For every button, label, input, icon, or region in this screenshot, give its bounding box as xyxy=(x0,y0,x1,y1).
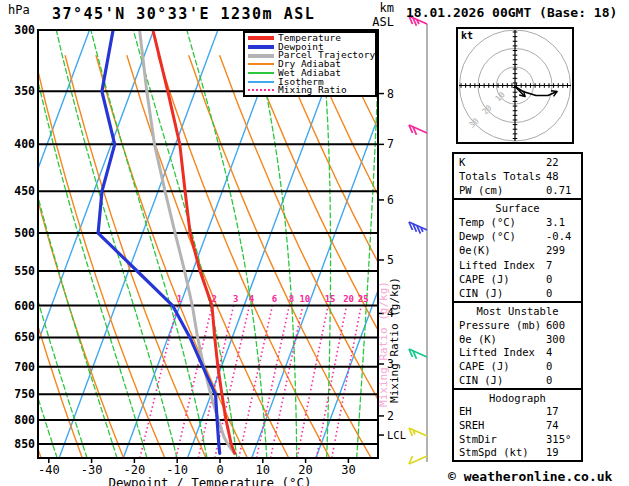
altitude-axis-unit: km ASL xyxy=(362,1,394,29)
legend-line-sample xyxy=(248,72,274,74)
table-row: StmSpd (kt)19 xyxy=(459,446,581,458)
altitude-unit-km: km xyxy=(362,1,394,15)
legend-line-sample xyxy=(248,54,274,58)
row-value: 22 xyxy=(546,156,581,168)
table-section-header: Hodograph xyxy=(459,392,581,404)
table-row: Temp (°C)3.1 xyxy=(459,216,581,228)
mixing-ratio-value-label: 3 xyxy=(233,294,238,304)
km-label: 2 xyxy=(387,409,394,423)
row-value: -0.4 xyxy=(546,230,581,242)
row-label: Totals Totals xyxy=(459,170,546,182)
mixing-ratio-labels: 12346810152025 xyxy=(177,294,369,304)
table-row: Dewp (°C)-0.4 xyxy=(459,230,581,242)
row-value: 0 xyxy=(546,374,581,386)
row-value: 300 xyxy=(546,333,581,345)
row-label: StmDir xyxy=(459,433,546,445)
row-value: 0 xyxy=(546,360,581,372)
table-row: θe(K)299 xyxy=(459,244,581,256)
svg-text:850: 850 xyxy=(14,437,35,451)
table-row: Lifted Index7 xyxy=(459,259,581,271)
row-label: EH xyxy=(459,405,546,417)
table-row: Pressure (mb)600 xyxy=(459,319,581,331)
x-axis-label: Dewpoint / Temperature (°C) xyxy=(40,475,380,486)
mixing-ratio-value-label: 25 xyxy=(358,294,369,304)
legend-item: Mixing Ratio xyxy=(248,86,375,95)
svg-text:650: 650 xyxy=(14,330,35,344)
svg-text:600: 600 xyxy=(14,299,35,313)
legend-line-sample xyxy=(248,36,274,40)
wind-barbs xyxy=(409,16,427,464)
row-label: Lifted Index xyxy=(459,346,546,358)
copyright: © weatheronline.co.uk xyxy=(448,469,612,484)
table-row: EH17 xyxy=(459,405,581,417)
row-value: 3.1 xyxy=(546,216,581,228)
svg-text:700: 700 xyxy=(14,360,35,374)
table-row: CIN (J)0 xyxy=(459,287,581,299)
table-section-header: Most Unstable xyxy=(459,305,581,317)
mixing-ratio-value-label: 4 xyxy=(249,294,255,304)
svg-text:350: 350 xyxy=(14,84,35,98)
row-value: 7 xyxy=(546,259,581,271)
table-row: CAPE (J)0 xyxy=(459,360,581,372)
table-section: K22Totals Totals48PW (cm)0.71 xyxy=(452,152,583,200)
row-label: StmSpd (kt) xyxy=(459,446,546,458)
table-row: θe (K)300 xyxy=(459,333,581,345)
row-label: CAPE (J) xyxy=(459,273,546,285)
row-label: Pressure (mb) xyxy=(459,319,546,331)
mixing-ratio-value-label: 1 xyxy=(177,294,182,304)
row-value: 4 xyxy=(546,346,581,358)
sounding-curves xyxy=(98,30,235,453)
km-label: 6 xyxy=(387,193,394,207)
km-label: 7 xyxy=(387,137,394,151)
row-label: Dewp (°C) xyxy=(459,230,546,242)
pressure-axis-unit: hPa xyxy=(8,3,30,17)
hodograph-unit-label: kt xyxy=(461,30,473,41)
row-value: 0 xyxy=(546,287,581,299)
row-value: 600 xyxy=(546,319,581,331)
table-section-header: Surface xyxy=(459,202,581,214)
row-value: 74 xyxy=(546,419,581,431)
legend: TemperatureDewpointParcel TrajectoryDry … xyxy=(243,31,377,97)
mixing-ratio-value-label: 8 xyxy=(289,294,294,304)
svg-text:300: 300 xyxy=(14,23,35,37)
altitude-unit-asl: ASL xyxy=(362,15,394,29)
km-label: 8 xyxy=(387,87,394,101)
row-label: θe(K) xyxy=(459,244,546,256)
table-section: HodographEH17SREH74StmDir315°StmSpd (kt)… xyxy=(452,388,583,462)
indices-table: K22Totals Totals48PW (cm)0.71SurfaceTemp… xyxy=(452,152,583,462)
row-value: 17 xyxy=(546,405,581,417)
table-row: SREH74 xyxy=(459,419,581,431)
svg-text:550: 550 xyxy=(14,264,35,278)
row-value: 19 xyxy=(546,446,581,458)
table-row: Totals Totals48 xyxy=(459,170,581,182)
row-label: Temp (°C) xyxy=(459,216,546,228)
legend-line-sample xyxy=(248,63,274,65)
row-label: K xyxy=(459,156,546,168)
row-value: 0 xyxy=(546,273,581,285)
mixing-ratio-value-label: 20 xyxy=(343,294,354,304)
row-value: 48 xyxy=(546,170,581,182)
legend-line-sample xyxy=(248,89,274,91)
mixing-ratio-value-label: 6 xyxy=(272,294,277,304)
table-row: Lifted Index4 xyxy=(459,346,581,358)
row-label: Lifted Index xyxy=(459,259,546,271)
skewt-sounding-page: 1234681015202530035040045050055060065070… xyxy=(0,0,629,486)
hodograph: 102030 xyxy=(457,28,573,143)
run-date-title: 18.01.2026 00GMT (Base: 18) xyxy=(406,5,617,20)
svg-text:800: 800 xyxy=(14,413,35,427)
row-value: 0.71 xyxy=(546,184,581,196)
table-row: StmDir315° xyxy=(459,433,581,445)
table-row: PW (cm)0.71 xyxy=(459,184,581,196)
legend-line-sample xyxy=(248,81,274,83)
row-label: CIN (J) xyxy=(459,287,546,299)
table-section: SurfaceTemp (°C)3.1Dewp (°C)-0.4θe(K)299… xyxy=(452,198,583,303)
mixing-ratio-value-label: 10 xyxy=(299,294,310,304)
mixing-ratio-value-label: 15 xyxy=(325,294,336,304)
mixing-ratio-axis-label: Mixing Ratio (g/kg) xyxy=(388,277,401,403)
row-label: θe (K) xyxy=(459,333,546,345)
svg-text:400: 400 xyxy=(14,137,35,151)
svg-text:500: 500 xyxy=(14,226,35,240)
table-row: CIN (J)0 xyxy=(459,374,581,386)
table-row: K22 xyxy=(459,156,581,168)
row-value: 299 xyxy=(546,244,581,256)
